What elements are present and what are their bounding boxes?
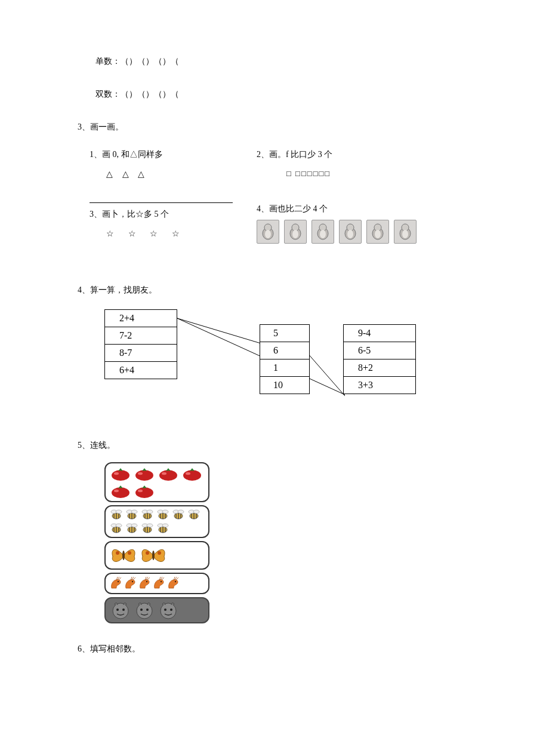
q3-s4-shapes — [257, 220, 436, 244]
q3-heading: 3、画一画。 — [78, 119, 471, 134]
bee-icon — [125, 509, 139, 521]
svg-point-95 — [128, 551, 131, 555]
q4-col3-cell: 8+2 — [344, 359, 415, 377]
svg-point-86 — [147, 524, 153, 527]
bee-icon — [171, 509, 186, 521]
q5-heading: 5、连线。 — [78, 438, 471, 453]
q3-s3-label: 3、画卜，比☆多 5 个 — [90, 207, 245, 222]
q4-col1-cell: 6+4 — [105, 362, 177, 379]
q5-row-tomato — [104, 462, 209, 502]
penguin-icon — [394, 220, 417, 244]
q4-col3-cell: 6-5 — [344, 342, 415, 359]
tomato-icon — [181, 466, 203, 481]
svg-point-100 — [132, 581, 133, 582]
q3-s2-label: 2、画。f 比口少 3 个 — [257, 147, 436, 162]
svg-point-31 — [135, 487, 153, 498]
bee-icon — [156, 509, 170, 521]
q4-matching-area: 2+47-28-76+4 56110 9-46-58+23+3 — [104, 306, 471, 426]
svg-point-74 — [116, 524, 122, 527]
divider-line — [90, 202, 233, 203]
svg-point-68 — [193, 510, 199, 514]
tomato-icon — [109, 466, 132, 481]
svg-point-106 — [122, 609, 125, 611]
svg-point-94 — [116, 551, 119, 555]
svg-point-25 — [159, 470, 177, 481]
svg-point-101 — [146, 581, 147, 582]
tomato-icon — [157, 466, 180, 481]
q4-col2-cell: 1 — [260, 359, 309, 377]
penguin-icon — [284, 220, 307, 244]
shrimp-icon — [166, 576, 180, 591]
shrimp-icon — [109, 576, 122, 591]
tomato-icon — [133, 466, 156, 481]
q5-row-face — [104, 597, 209, 623]
butterfly-icon — [139, 545, 168, 566]
svg-point-32 — [138, 489, 143, 491]
svg-point-96 — [152, 551, 155, 560]
odd-numbers-line: 单数：（）（）（）（ — [95, 54, 471, 69]
svg-point-30 — [114, 489, 119, 491]
svg-line-18 — [177, 318, 261, 343]
q6-heading: 6、填写相邻数。 — [78, 641, 471, 656]
svg-point-50 — [147, 510, 153, 514]
shrimp-icon — [152, 576, 165, 591]
q3-row-1: 1、画 0, 和△同样多 △ △ △ 2、画。f 比口少 3 个 □ □□□□□… — [78, 147, 471, 182]
q3-s2-shapes: □ □□□□□□ — [286, 167, 436, 180]
svg-point-11 — [347, 230, 353, 238]
bee-icon — [109, 509, 124, 521]
svg-point-2 — [265, 230, 271, 238]
q4-col1: 2+47-28-76+4 — [104, 309, 177, 379]
q4-col2-cell: 10 — [260, 377, 309, 394]
face-icon — [133, 601, 156, 620]
q4-heading: 4、算一算，找朋友。 — [78, 282, 471, 297]
penguin-icon — [311, 220, 334, 244]
svg-point-62 — [178, 510, 184, 514]
svg-point-97 — [146, 551, 149, 555]
q3-s1-shapes: △ △ △ — [106, 167, 245, 182]
tomato-icon — [133, 483, 156, 499]
q5-items — [104, 462, 471, 623]
bee-icon — [140, 523, 155, 534]
svg-point-109 — [146, 609, 149, 611]
svg-point-98 — [158, 551, 161, 555]
q4-col3: 9-46-58+23+3 — [343, 324, 416, 394]
penguin-icon — [257, 220, 279, 244]
svg-point-102 — [161, 581, 162, 582]
face-icon — [109, 601, 132, 620]
svg-point-5 — [292, 230, 298, 238]
q5-row-shrimp — [104, 573, 209, 594]
svg-point-104 — [113, 603, 128, 619]
q4-col2-cell: 5 — [260, 325, 309, 342]
q4-col2: 56110 — [260, 324, 310, 394]
svg-point-107 — [137, 603, 152, 619]
q4-col2-cell: 6 — [260, 342, 309, 359]
bee-icon — [140, 509, 155, 521]
shrimp-icon — [138, 576, 151, 591]
q4-col1-cell: 2+4 — [105, 310, 177, 327]
svg-point-22 — [114, 472, 119, 474]
bee-icon — [187, 509, 201, 521]
bee-icon — [156, 523, 170, 534]
svg-point-23 — [135, 470, 153, 481]
q3-s4-label: 4、画也比二少 4 个 — [257, 201, 436, 216]
svg-point-26 — [162, 472, 166, 474]
svg-point-92 — [162, 524, 168, 527]
q3-row-2: 3、画卜，比☆多 5 个 ☆ ☆ ☆ ☆ 4、画也比二少 4 个 — [78, 185, 471, 244]
worksheet-page: 单数：（）（）（）（ 双数：（）（）（）（ 3、画一画。 1、画 0, 和△同样… — [0, 0, 549, 689]
bee-icon — [125, 523, 139, 534]
svg-point-93 — [122, 551, 125, 560]
svg-point-14 — [375, 230, 381, 238]
svg-point-56 — [162, 510, 168, 514]
svg-point-80 — [131, 524, 137, 527]
q3-s1-label: 1、画 0, 和△同样多 — [90, 147, 245, 162]
q4-col3-cell: 9-4 — [344, 325, 415, 342]
svg-point-44 — [131, 510, 137, 514]
svg-point-27 — [183, 470, 201, 481]
tomato-icon — [109, 483, 132, 499]
svg-point-110 — [161, 603, 176, 619]
shrimp-icon — [124, 576, 137, 591]
svg-point-112 — [170, 609, 172, 611]
face-icon — [157, 601, 180, 620]
butterfly-icon — [109, 545, 138, 566]
svg-point-111 — [164, 609, 166, 611]
